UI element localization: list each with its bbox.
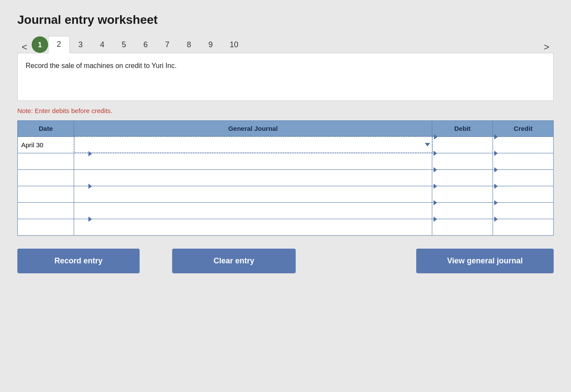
journal-table: Date General Journal Debit Credit April … [17, 120, 554, 236]
debit-arrow-6 [434, 217, 437, 222]
table-row [18, 186, 554, 202]
date-cell-6 [18, 219, 74, 235]
header-general-journal: General Journal [74, 121, 432, 137]
indent-arrow-2 [88, 151, 92, 156]
debit-cell-6[interactable] [432, 219, 493, 235]
debit-cell-2[interactable] [432, 153, 493, 169]
credit-cell-2[interactable] [493, 153, 554, 169]
general-cell-3[interactable] [74, 169, 432, 186]
clear-entry-button[interactable]: Clear entry [172, 249, 296, 273]
debit-arrow-5 [434, 200, 437, 205]
debit-cell-1[interactable] [432, 136, 493, 153]
debit-cell-5[interactable] [432, 202, 493, 219]
view-general-journal-button[interactable]: View general journal [416, 249, 554, 273]
header-date: Date [18, 121, 74, 137]
general-input-1[interactable] [75, 137, 432, 152]
debit-cell-4[interactable] [432, 186, 493, 202]
next-arrow[interactable]: > [539, 42, 554, 53]
record-entry-button[interactable]: Record entry [17, 249, 140, 273]
prev-arrow[interactable]: < [17, 42, 32, 53]
credit-input-6[interactable] [493, 223, 547, 239]
credit-cell-5[interactable] [493, 202, 554, 219]
debit-input-6[interactable] [432, 223, 486, 239]
date-cell-3 [18, 169, 74, 186]
credit-arrow-6 [494, 217, 498, 222]
tab-9[interactable]: 9 [200, 36, 222, 53]
general-cell-2[interactable] [74, 153, 432, 169]
debit-cell-3[interactable] [432, 169, 493, 186]
credit-cell-1[interactable] [493, 136, 554, 153]
general-cell-6[interactable] [74, 219, 432, 235]
credit-arrow-3 [494, 167, 498, 172]
debit-arrow-1 [434, 134, 437, 139]
general-input-5[interactable] [74, 203, 432, 219]
credit-arrow-4 [494, 184, 498, 189]
note-text: Note: Enter debits before credits. [17, 107, 554, 114]
description-box: Record the sale of machines on credit to… [17, 53, 554, 101]
tab-8[interactable]: 8 [178, 36, 200, 53]
table-row [18, 202, 554, 219]
credit-cell-6[interactable] [493, 219, 554, 235]
table-row [18, 219, 554, 235]
general-cell-4[interactable] [74, 186, 432, 202]
header-debit: Debit [432, 121, 493, 137]
tab-1[interactable]: 1 [32, 36, 48, 53]
table-row: April 30 [18, 136, 554, 153]
dropdown-arrow-1[interactable] [425, 143, 430, 146]
debit-arrow-4 [434, 184, 437, 189]
header-credit: Credit [493, 121, 554, 137]
general-cell-1[interactable] [74, 136, 432, 153]
date-cell-2 [18, 153, 74, 169]
credit-cell-4[interactable] [493, 186, 554, 202]
general-cell-5[interactable] [74, 202, 432, 219]
credit-arrow-2 [494, 151, 498, 156]
date-cell-1: April 30 [18, 136, 74, 153]
indent-arrow-6 [88, 217, 92, 222]
tab-7[interactable]: 7 [157, 36, 178, 53]
table-row [18, 169, 554, 186]
tab-2[interactable]: 2 [48, 36, 70, 53]
date-cell-5 [18, 202, 74, 219]
date-value-1: April 30 [21, 141, 43, 149]
tab-3[interactable]: 3 [70, 36, 91, 53]
buttons-row: Record entry Clear entry View general jo… [17, 249, 554, 273]
general-input-6[interactable] [87, 223, 432, 239]
table-row [18, 153, 554, 169]
general-input-3[interactable] [74, 170, 432, 186]
tab-5[interactable]: 5 [113, 36, 135, 53]
tab-6[interactable]: 6 [135, 36, 157, 53]
debit-arrow-2 [434, 151, 437, 156]
page-title: Journal entry worksheet [17, 13, 554, 27]
credit-arrow-5 [494, 200, 498, 205]
tab-10[interactable]: 10 [222, 36, 247, 53]
debit-arrow-3 [434, 167, 437, 172]
tab-navigation: < 1 2 3 4 5 6 7 8 9 10 > [17, 36, 554, 53]
description-text: Record the sale of machines on credit to… [26, 62, 176, 69]
date-cell-4 [18, 186, 74, 202]
credit-cell-3[interactable] [493, 169, 554, 186]
credit-arrow-1 [494, 134, 498, 139]
indent-arrow-4 [88, 184, 92, 189]
tab-4[interactable]: 4 [91, 36, 113, 53]
